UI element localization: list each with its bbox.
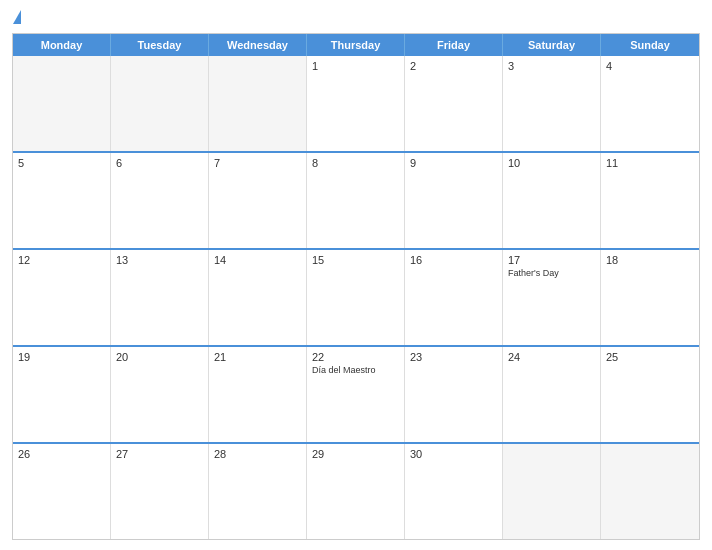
- day-number: 4: [606, 60, 694, 72]
- calendar-day-28: 28: [209, 444, 307, 539]
- day-number: 14: [214, 254, 301, 266]
- calendar-day-13: 13: [111, 250, 209, 345]
- calendar-day-10: 10: [503, 153, 601, 248]
- calendar-day-4: 4: [601, 56, 699, 151]
- calendar-day-empty: [503, 444, 601, 539]
- day-number: 29: [312, 448, 399, 460]
- day-number: 16: [410, 254, 497, 266]
- day-number: 30: [410, 448, 497, 460]
- calendar-week-4: 19202122Día del Maestro232425: [13, 347, 699, 444]
- day-header-tuesday: Tuesday: [111, 34, 209, 56]
- day-number: 26: [18, 448, 105, 460]
- calendar-day-26: 26: [13, 444, 111, 539]
- calendar-day-17: 17Father's Day: [503, 250, 601, 345]
- day-number: 7: [214, 157, 301, 169]
- calendar-day-15: 15: [307, 250, 405, 345]
- calendar-day-12: 12: [13, 250, 111, 345]
- calendar-day-20: 20: [111, 347, 209, 442]
- day-number: 28: [214, 448, 301, 460]
- day-number: 15: [312, 254, 399, 266]
- header: [12, 10, 700, 25]
- calendar-day-18: 18: [601, 250, 699, 345]
- day-number: 3: [508, 60, 595, 72]
- day-number: 20: [116, 351, 203, 363]
- day-number: 19: [18, 351, 105, 363]
- day-number: 11: [606, 157, 694, 169]
- calendar-day-16: 16: [405, 250, 503, 345]
- day-header-saturday: Saturday: [503, 34, 601, 56]
- calendar-day-29: 29: [307, 444, 405, 539]
- logo: [12, 10, 21, 25]
- calendar-day-1: 1: [307, 56, 405, 151]
- day-header-friday: Friday: [405, 34, 503, 56]
- holiday-label: Día del Maestro: [312, 365, 399, 375]
- day-number: 9: [410, 157, 497, 169]
- calendar-day-empty: [111, 56, 209, 151]
- day-number: 5: [18, 157, 105, 169]
- day-number: 13: [116, 254, 203, 266]
- calendar-day-22: 22Día del Maestro: [307, 347, 405, 442]
- day-header-wednesday: Wednesday: [209, 34, 307, 56]
- day-number: 8: [312, 157, 399, 169]
- day-number: 17: [508, 254, 595, 266]
- page: MondayTuesdayWednesdayThursdayFridaySatu…: [0, 0, 712, 550]
- day-number: 2: [410, 60, 497, 72]
- day-number: 24: [508, 351, 595, 363]
- calendar-day-25: 25: [601, 347, 699, 442]
- day-number: 10: [508, 157, 595, 169]
- calendar-day-30: 30: [405, 444, 503, 539]
- calendar-day-23: 23: [405, 347, 503, 442]
- day-number: 1: [312, 60, 399, 72]
- day-number: 6: [116, 157, 203, 169]
- calendar-day-9: 9: [405, 153, 503, 248]
- day-number: 23: [410, 351, 497, 363]
- calendar-week-2: 567891011: [13, 153, 699, 250]
- calendar-day-11: 11: [601, 153, 699, 248]
- calendar-day-3: 3: [503, 56, 601, 151]
- day-header-thursday: Thursday: [307, 34, 405, 56]
- day-header-monday: Monday: [13, 34, 111, 56]
- calendar-day-7: 7: [209, 153, 307, 248]
- calendar-day-21: 21: [209, 347, 307, 442]
- calendar-week-5: 2627282930: [13, 444, 699, 539]
- calendar-day-6: 6: [111, 153, 209, 248]
- calendar-day-24: 24: [503, 347, 601, 442]
- logo-triangle-icon: [13, 10, 21, 24]
- calendar-day-empty: [601, 444, 699, 539]
- day-number: 25: [606, 351, 694, 363]
- day-number: 18: [606, 254, 694, 266]
- calendar-week-1: 1234: [13, 56, 699, 153]
- calendar-day-5: 5: [13, 153, 111, 248]
- calendar-day-14: 14: [209, 250, 307, 345]
- day-number: 27: [116, 448, 203, 460]
- calendar-day-27: 27: [111, 444, 209, 539]
- calendar-header: MondayTuesdayWednesdayThursdayFridaySatu…: [13, 34, 699, 56]
- calendar-week-3: 121314151617Father's Day18: [13, 250, 699, 347]
- day-number: 21: [214, 351, 301, 363]
- calendar-day-19: 19: [13, 347, 111, 442]
- calendar-body: 1234567891011121314151617Father's Day181…: [13, 56, 699, 539]
- calendar-day-8: 8: [307, 153, 405, 248]
- day-number: 22: [312, 351, 399, 363]
- calendar-day-2: 2: [405, 56, 503, 151]
- day-number: 12: [18, 254, 105, 266]
- calendar: MondayTuesdayWednesdayThursdayFridaySatu…: [12, 33, 700, 540]
- holiday-label: Father's Day: [508, 268, 595, 278]
- calendar-day-empty: [13, 56, 111, 151]
- calendar-day-empty: [209, 56, 307, 151]
- day-header-sunday: Sunday: [601, 34, 699, 56]
